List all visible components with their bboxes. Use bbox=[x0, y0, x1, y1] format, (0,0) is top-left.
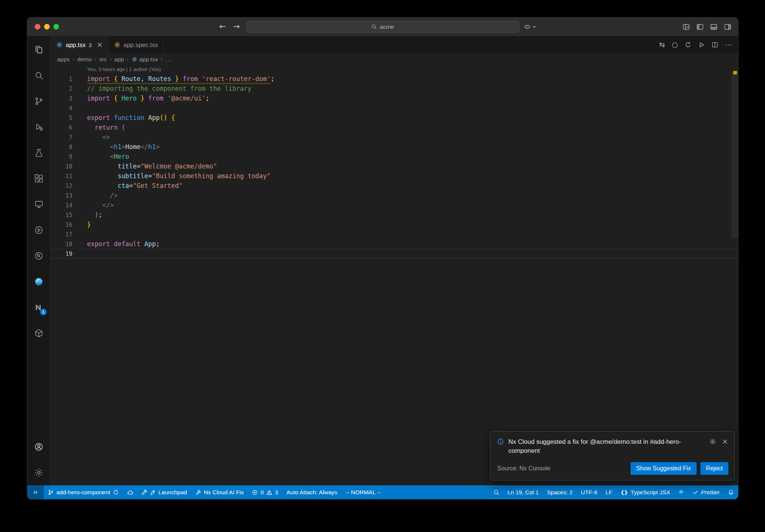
toggle-secondary-sidebar-button[interactable] bbox=[724, 23, 731, 31]
code-line-7[interactable]: 7 <> bbox=[50, 132, 738, 142]
activity-inspect[interactable] bbox=[27, 243, 50, 269]
status-notifications-bell[interactable] bbox=[724, 485, 738, 499]
breadcrumb-item[interactable]: apps bbox=[57, 56, 70, 63]
activity-edge-devtools[interactable] bbox=[27, 269, 50, 294]
breadcrumb-item[interactable]: app bbox=[114, 56, 124, 63]
status-launchpad[interactable]: Launchpad bbox=[137, 485, 191, 499]
activity-source-control[interactable] bbox=[27, 88, 50, 114]
breadcrumb-file[interactable]: app.tsx bbox=[131, 56, 158, 63]
breadcrumb: apps›demo›src›app›app.tsx›… bbox=[50, 54, 738, 65]
activity-search[interactable] bbox=[27, 62, 50, 88]
close-tab-button[interactable] bbox=[96, 41, 103, 48]
split-editor-button[interactable] bbox=[712, 41, 718, 48]
code-line-19[interactable]: 19 bbox=[50, 249, 738, 259]
status-language-mode[interactable]: {}TypeScript JSX bbox=[616, 485, 674, 499]
status-auto-attach[interactable]: Auto Attach: Always bbox=[282, 485, 341, 499]
back-button[interactable]: ← bbox=[219, 23, 226, 31]
toggle-panel-button[interactable] bbox=[710, 23, 718, 31]
status-indentation[interactable]: Spaces: 2 bbox=[543, 485, 577, 499]
status-problems[interactable]: 03 bbox=[248, 485, 282, 499]
blame-lens[interactable]: You, 3 hours ago | 1 author (You) bbox=[87, 65, 738, 74]
activity-explorer[interactable] bbox=[27, 37, 50, 62]
scrollbar-slider[interactable] bbox=[731, 72, 738, 238]
code-text: <h1>Home</h1> bbox=[87, 143, 160, 151]
status-nx-cloud-ai-fix[interactable]: Nx Cloud AI Fix bbox=[191, 485, 248, 499]
code-editor[interactable]: You, 3 hours ago | 1 author (You) 1impor… bbox=[50, 65, 738, 485]
gear-icon[interactable] bbox=[709, 438, 716, 445]
line-number: 13 bbox=[50, 192, 72, 199]
code-line-14[interactable]: 14 </> bbox=[50, 200, 738, 210]
code-line-4[interactable]: 4 bbox=[50, 103, 738, 113]
sync-icon bbox=[113, 489, 119, 495]
status-nx-cloud[interactable] bbox=[123, 485, 137, 499]
maximize-button[interactable] bbox=[53, 24, 59, 30]
close-icon[interactable] bbox=[722, 438, 728, 445]
status-zoom[interactable] bbox=[489, 485, 504, 499]
status-vim-mode[interactable]: -- NORMAL -- bbox=[341, 485, 385, 499]
breadcrumb-overflow[interactable]: … bbox=[165, 56, 171, 63]
minimize-button[interactable] bbox=[44, 24, 50, 30]
activity-containers[interactable] bbox=[27, 320, 50, 346]
breadcrumb-item[interactable]: src bbox=[99, 56, 107, 63]
code-line-6[interactable]: 6 return ( bbox=[50, 123, 738, 132]
circle-outline-button[interactable]: ○ bbox=[672, 41, 678, 49]
activity-settings[interactable] bbox=[27, 460, 50, 485]
code-line-17[interactable]: 17 bbox=[50, 229, 738, 239]
warning-marker bbox=[733, 71, 737, 74]
code-line-3[interactable]: 3import { Hero } from '@acme/ui'; bbox=[50, 93, 738, 103]
line-number: 17 bbox=[50, 231, 72, 238]
react-spec-icon bbox=[114, 41, 121, 48]
chevron-right-icon: › bbox=[161, 57, 163, 62]
command-center[interactable]: acme bbox=[247, 21, 519, 33]
line-number: 14 bbox=[50, 202, 72, 209]
activity-run-and-debug[interactable] bbox=[27, 114, 50, 140]
status-text: Spaces: 2 bbox=[547, 489, 573, 496]
status-cursor-position[interactable]: Ln 19, Col 1 bbox=[504, 485, 543, 499]
toggle-primary-sidebar-button[interactable] bbox=[696, 23, 704, 31]
tab-label: app.tsx bbox=[66, 41, 86, 49]
code-line-18[interactable]: 18export default App; bbox=[50, 239, 738, 249]
code-text: ); bbox=[87, 211, 102, 219]
breadcrumb-item[interactable]: demo bbox=[77, 56, 92, 63]
more-actions-button[interactable]: ⋯ bbox=[725, 41, 732, 49]
status-edge-tools[interactable] bbox=[674, 485, 688, 499]
chevron-down-icon bbox=[531, 24, 538, 30]
code-line-10[interactable]: 10 title="Welcmoe @acme/demo" bbox=[50, 161, 738, 171]
assistant-menu[interactable] bbox=[524, 18, 538, 36]
activity-extensions[interactable] bbox=[27, 166, 50, 191]
code-line-8[interactable]: 8 <h1>Home</h1> bbox=[50, 142, 738, 152]
tab-app.spec.tsx[interactable]: app.spec.tsx bbox=[108, 36, 164, 53]
code-line-12[interactable]: 12 cta="Get Started" bbox=[50, 181, 738, 191]
status-prettier[interactable]: Prettier bbox=[688, 485, 724, 499]
run-debug-file-button[interactable] bbox=[698, 41, 705, 48]
code-line-1[interactable]: 1import { Route, Routes } from 'react-ro… bbox=[50, 74, 738, 84]
code-line-5[interactable]: 5export function App() { bbox=[50, 113, 738, 123]
status-remote-indicator[interactable] bbox=[27, 485, 44, 499]
show-suggested-fix-button[interactable]: Show Suggested Fix bbox=[631, 462, 697, 475]
activity-run-circle[interactable] bbox=[27, 217, 50, 243]
run-all-button[interactable] bbox=[685, 41, 691, 48]
status-eol[interactable]: LF bbox=[601, 485, 616, 499]
activity-remote-explorer[interactable] bbox=[27, 191, 50, 217]
reject-button[interactable]: Reject bbox=[700, 462, 728, 475]
code-line-15[interactable]: 15 ); bbox=[50, 210, 738, 220]
testing-icon bbox=[34, 148, 44, 158]
activity-testing[interactable] bbox=[27, 140, 50, 166]
activity-accounts[interactable] bbox=[27, 434, 50, 460]
open-changes-button[interactable]: ⇆ bbox=[659, 41, 665, 49]
tab-app.tsx[interactable]: app.tsx3 bbox=[50, 36, 108, 53]
customize-layout-button[interactable] bbox=[682, 23, 690, 31]
code-text: } bbox=[87, 221, 91, 228]
status-git-branch[interactable]: add-hero-component bbox=[44, 485, 123, 499]
code-line-9[interactable]: 9 <Hero bbox=[50, 152, 738, 161]
close-button[interactable] bbox=[35, 24, 40, 30]
chevron-right-icon: › bbox=[109, 57, 112, 62]
activity-nx-console[interactable]: 1 bbox=[27, 294, 50, 320]
code-line-11[interactable]: 11 subtitle="Build something amazing tod… bbox=[50, 171, 738, 181]
code-line-13[interactable]: 13 /> bbox=[50, 191, 738, 200]
forward-button[interactable]: → bbox=[233, 23, 240, 31]
code-text: subtitle="Build something amazing today" bbox=[87, 172, 270, 180]
status-encoding[interactable]: UTF-8 bbox=[577, 485, 601, 499]
code-line-2[interactable]: 2// importing the component from the lib… bbox=[50, 84, 738, 93]
code-line-16[interactable]: 16} bbox=[50, 220, 738, 229]
